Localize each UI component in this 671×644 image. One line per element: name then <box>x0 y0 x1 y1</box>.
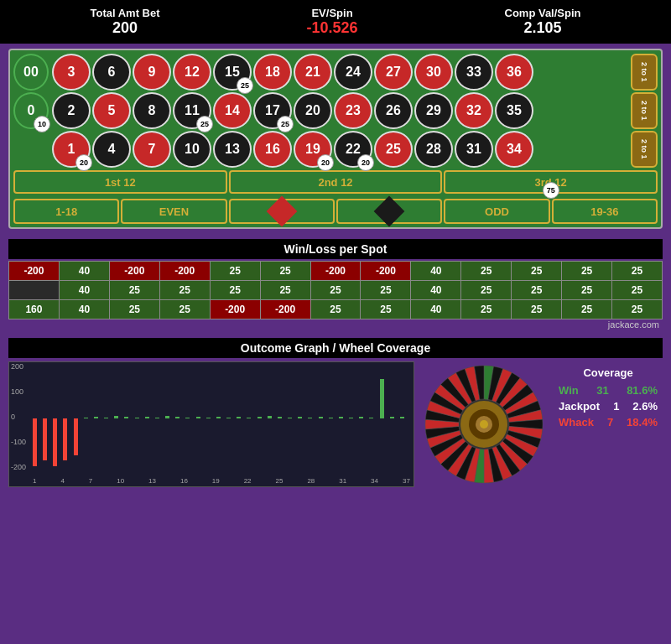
outcome-section: Outcome Graph / Wheel Coverage 200 100 0… <box>0 335 671 491</box>
2to1-bot[interactable]: 2 to 1 <box>631 131 658 168</box>
cell-8[interactable]: 8 <box>133 92 171 129</box>
bar-15 <box>185 418 190 418</box>
wl-cell-2-2: 25 <box>109 300 159 319</box>
cell-6[interactable]: 6 <box>92 54 131 91</box>
cell-1[interactable]: 120 <box>52 131 91 168</box>
cell-5[interactable]: 5 <box>92 92 131 129</box>
wl-cell-1-12: 25 <box>612 281 663 300</box>
cell-26[interactable]: 26 <box>374 92 413 129</box>
cell-19[interactable]: 1920 <box>294 131 332 168</box>
cell-28[interactable]: 28 <box>414 131 453 168</box>
cell-24[interactable]: 24 <box>334 54 372 91</box>
2to1-mid[interactable]: 2 to 1 <box>631 92 658 129</box>
cell-20[interactable]: 20 <box>294 92 332 129</box>
dozen-row: 1st 12 2nd 12 3rd 12 75 <box>13 170 658 194</box>
cell-4[interactable]: 4 <box>92 131 131 168</box>
wl-cell-2-12: 25 <box>612 300 663 319</box>
bar-31 <box>349 418 353 418</box>
bet-1-18[interactable]: 1-18 <box>13 199 119 224</box>
bar-26 <box>298 417 302 418</box>
cell-33[interactable]: 33 <box>455 54 493 91</box>
cell-15[interactable]: 1525 <box>213 54 252 91</box>
winloss-section: Win/Loss per Spot -20040-200-2002525-200… <box>0 236 671 333</box>
cell-11[interactable]: 1125 <box>173 92 211 129</box>
wl-cell-2-1: 40 <box>59 300 109 319</box>
header: Total Amt Bet 200 EV/Spin -10.526 Comp V… <box>0 0 671 44</box>
jackace-credit: jackace.com <box>8 319 663 330</box>
cell-00[interactable]: 00 <box>13 54 49 91</box>
cell-13[interactable]: 13 <box>213 131 252 168</box>
cell-36[interactable]: 36 <box>495 54 533 91</box>
bar-33 <box>369 418 373 418</box>
bar-22 <box>257 417 262 418</box>
coverage-whack-label: Whack <box>559 416 594 428</box>
cell-2[interactable]: 2 <box>52 92 91 129</box>
cell-9[interactable]: 9 <box>133 54 171 91</box>
chart-bars <box>33 366 410 471</box>
wl-cell-2-10: 25 <box>512 300 562 319</box>
bet-even[interactable]: EVEN <box>121 199 226 224</box>
coverage-win-row: Win 31 81.6% <box>559 384 658 397</box>
coverage-jackpot-row: Jackpot 1 2.6% <box>559 400 658 413</box>
cell-34[interactable]: 34 <box>495 131 533 168</box>
2to1-top[interactable]: 2 to 1 <box>631 54 658 91</box>
red-diamond-icon <box>266 196 297 227</box>
coverage-jackpot-label: Jackpot <box>559 400 600 413</box>
wl-cell-0-2: -200 <box>109 262 159 281</box>
cell-23[interactable]: 23 <box>334 92 372 129</box>
bar-28 <box>319 417 323 418</box>
cell-32[interactable]: 32 <box>455 92 493 129</box>
bar-23 <box>268 416 272 418</box>
cell-29[interactable]: 29 <box>414 92 453 129</box>
cell-17[interactable]: 1725 <box>253 92 292 129</box>
bar-27 <box>308 418 312 418</box>
cell-14[interactable]: 14 <box>213 92 252 129</box>
wl-cell-0-12: 25 <box>612 262 663 281</box>
cell-27[interactable]: 27 <box>374 54 413 91</box>
cell-7[interactable]: 7 <box>133 131 171 168</box>
bet-black[interactable] <box>336 199 442 224</box>
chip-22: 20 <box>357 154 374 171</box>
coverage-title: Coverage <box>559 366 658 379</box>
bar-30 <box>339 417 343 418</box>
cell-31[interactable]: 31 <box>455 131 493 168</box>
bar-34 <box>380 379 384 418</box>
chart-y-labels: 200 100 0 -100 -200 <box>11 362 26 471</box>
cell-25[interactable]: 25 <box>374 131 413 168</box>
cell-30[interactable]: 30 <box>414 54 453 91</box>
total-amt-bet: Total Amt Bet 200 <box>90 7 159 37</box>
winloss-title: Win/Loss per Spot <box>8 239 663 259</box>
dozen-1st[interactable]: 1st 12 <box>13 170 227 194</box>
wheel-svg <box>421 361 547 487</box>
wl-cell-1-2: 25 <box>109 281 159 300</box>
cell-0[interactable]: 0 10 <box>13 92 49 129</box>
cell-21[interactable]: 21 <box>294 54 332 91</box>
wl-cell-1-3: 25 <box>159 281 210 300</box>
roulette-section: 00 0 10 36912152518212427303336258112514… <box>0 44 671 232</box>
wl-cell-0-11: 25 <box>562 262 612 281</box>
cell-16[interactable]: 16 <box>253 131 292 168</box>
coverage-whack-row: Whack 7 18.4% <box>559 416 658 428</box>
dozen-3rd[interactable]: 3rd 12 75 <box>444 170 658 194</box>
coverage-whack-pct: 18.4% <box>627 416 658 428</box>
wl-cell-2-8: 40 <box>411 300 461 319</box>
cell-18[interactable]: 18 <box>253 54 292 91</box>
chip-15: 25 <box>237 77 253 94</box>
cell-22[interactable]: 2220 <box>334 131 372 168</box>
bar-3 <box>63 418 67 460</box>
cell-35[interactable]: 35 <box>495 92 533 129</box>
bar-1 <box>43 418 47 460</box>
bet-odd[interactable]: ODD <box>444 199 549 224</box>
cell-10[interactable]: 10 <box>173 131 211 168</box>
wl-cell-1-11: 25 <box>562 281 612 300</box>
wheel-container <box>421 361 547 487</box>
bar-21 <box>247 418 251 418</box>
bet-red[interactable] <box>229 199 335 224</box>
dozen-2nd[interactable]: 2nd 12 <box>229 170 443 194</box>
bet-19-36[interactable]: 19-36 <box>552 199 658 224</box>
bar-32 <box>359 417 363 418</box>
cell-3[interactable]: 3 <box>52 54 91 91</box>
comp-val-spin: Comp Val/Spin 2.105 <box>505 7 581 37</box>
black-diamond-icon <box>374 196 405 227</box>
cell-12[interactable]: 12 <box>173 54 211 91</box>
